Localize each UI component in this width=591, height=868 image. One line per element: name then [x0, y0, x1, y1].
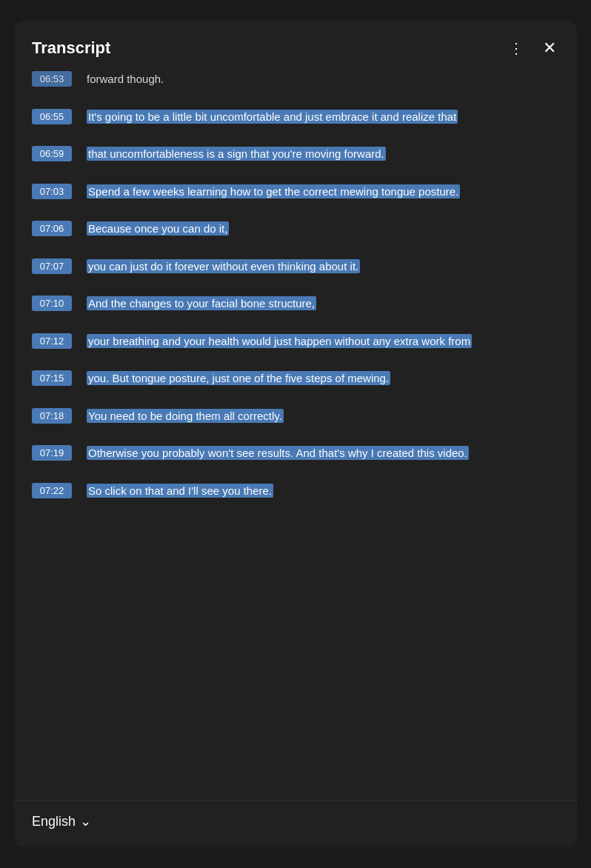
highlighted-text: you. But tongue posture, just one of the…	[87, 371, 390, 385]
transcript-text: So click on that and I'll see you there.	[87, 483, 571, 500]
timestamp[interactable]: 06:59	[32, 146, 72, 161]
transcript-text: Spend a few weeks learning how to get th…	[87, 184, 571, 201]
timestamp[interactable]: 07:10	[32, 296, 72, 311]
timestamp[interactable]: 06:53	[32, 71, 72, 87]
highlighted-text: It's going to be a little bit uncomforta…	[87, 110, 458, 124]
language-selector-button[interactable]: English ⌄	[32, 813, 91, 829]
highlighted-text: you can just do it forever without even …	[87, 259, 360, 273]
timestamp[interactable]: 07:03	[32, 184, 72, 199]
transcript-entry: 07:18You need to be doing them all corre…	[32, 398, 571, 435]
header-actions: ⋮ ✕	[506, 37, 559, 59]
transcript-text: forward though.	[87, 71, 571, 88]
more-options-button[interactable]: ⋮	[506, 38, 527, 59]
transcript-text: It's going to be a little bit uncomforta…	[87, 109, 571, 126]
highlighted-text: So click on that and I'll see you there.	[87, 484, 273, 498]
transcript-entry: 06:53forward though.	[32, 71, 571, 99]
transcript-entry: 07:15you. But tongue posture, just one o…	[32, 360, 571, 398]
timestamp[interactable]: 07:22	[32, 483, 72, 498]
transcript-entry: 07:12your breathing and your health woul…	[32, 323, 571, 361]
timestamp[interactable]: 07:07	[32, 258, 72, 274]
timestamp[interactable]: 07:15	[32, 370, 72, 386]
transcript-text: You need to be doing them all correctly.	[87, 408, 571, 425]
highlighted-text: And the changes to your facial bone stru…	[87, 296, 316, 310]
timestamp[interactable]: 07:06	[32, 221, 72, 236]
highlighted-text: your breathing and your health would jus…	[87, 334, 472, 348]
language-label: English	[32, 814, 76, 829]
highlighted-text: Because once you can do it,	[87, 221, 229, 236]
chevron-down-icon: ⌄	[80, 813, 91, 829]
transcript-entry: 07:03Spend a few weeks learning how to g…	[32, 173, 571, 211]
highlighted-text: that uncomfortableness is a sign that yo…	[87, 147, 386, 161]
highlighted-text: Spend a few weeks learning how to get th…	[87, 184, 460, 198]
transcript-text: And the changes to your facial bone stru…	[87, 296, 571, 313]
transcript-text: Otherwise you probably won't see results…	[87, 445, 571, 462]
transcript-entry: 07:06Because once you can do it,	[32, 210, 571, 248]
transcript-text: that uncomfortableness is a sign that yo…	[87, 146, 571, 163]
transcript-body: 06:53forward though.06:55It's going to b…	[14, 71, 577, 801]
highlighted-text: Otherwise you probably won't see results…	[87, 446, 469, 460]
close-button[interactable]: ✕	[540, 37, 559, 59]
transcript-header: Transcript ⋮ ✕	[14, 21, 577, 71]
transcript-entry: 07:10And the changes to your facial bone…	[32, 285, 571, 323]
timestamp[interactable]: 07:19	[32, 445, 72, 461]
transcript-entry: 07:19Otherwise you probably won't see re…	[32, 435, 571, 473]
transcript-text: your breathing and your health would jus…	[87, 333, 571, 350]
transcript-title: Transcript	[32, 39, 110, 58]
transcript-text: you can just do it forever without even …	[87, 258, 571, 276]
transcript-panel: Transcript ⋮ ✕ 06:53forward though.06:55…	[14, 21, 577, 847]
transcript-entry: 06:55It's going to be a little bit uncom…	[32, 99, 571, 136]
transcript-entry: 07:07you can just do it forever without …	[32, 248, 571, 286]
transcript-text: you. But tongue posture, just one of the…	[87, 370, 571, 387]
normal-text: forward though.	[87, 73, 164, 85]
transcript-entry: 07:22So click on that and I'll see you t…	[32, 473, 571, 510]
transcript-entry: 06:59that uncomfortableness is a sign th…	[32, 136, 571, 173]
transcript-footer: English ⌄	[14, 801, 577, 847]
timestamp[interactable]: 07:12	[32, 333, 72, 349]
timestamp[interactable]: 06:55	[32, 109, 72, 124]
highlighted-text: You need to be doing them all correctly.	[87, 409, 284, 423]
transcript-text: Because once you can do it,	[87, 221, 571, 238]
timestamp[interactable]: 07:18	[32, 408, 72, 424]
